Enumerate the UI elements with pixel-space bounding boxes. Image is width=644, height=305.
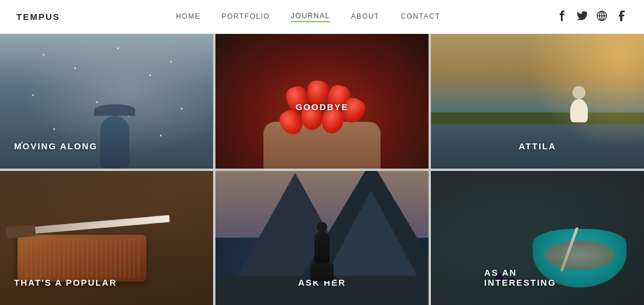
social-icons (556, 11, 628, 23)
grid-label-6: AS AN INTERESTING (484, 268, 591, 287)
grid-item-5[interactable]: ASK HER (215, 171, 429, 306)
twitter-icon[interactable] (576, 11, 588, 22)
nav-journal[interactable]: JOURNAL (291, 12, 330, 22)
tumblr-icon[interactable] (616, 11, 628, 23)
grid-item-4[interactable]: THAT'S A POPULAR (0, 171, 213, 306)
nav-home[interactable]: HOME (176, 12, 200, 22)
globe-icon[interactable] (596, 11, 608, 23)
grid-item-6[interactable]: AS AN INTERESTING (431, 171, 644, 306)
grid-item-2[interactable]: GOODBYE (215, 34, 429, 169)
grid-label-1: MOVING ALONG (14, 141, 98, 151)
facebook-icon[interactable] (556, 11, 568, 23)
logo[interactable]: TEMPUS (16, 12, 60, 22)
header: TEMPUS HOME PORTFOLIO JOURNAL ABOUT CONT… (0, 0, 644, 34)
journal-grid: MOVING ALONG GOODBYE ATTILA (0, 34, 644, 305)
grid-label-2: GOODBYE (296, 102, 349, 112)
grid-label-4: THAT'S A POPULAR (14, 277, 117, 287)
nav-portfolio[interactable]: PORTFOLIO (221, 12, 270, 22)
nav-about[interactable]: ABOUT (351, 12, 380, 22)
grid-label-3: ATTILA (519, 141, 556, 151)
main-nav: HOME PORTFOLIO JOURNAL ABOUT CONTACT (176, 12, 440, 22)
grid-item-3[interactable]: ATTILA (431, 34, 644, 169)
grid-item-1[interactable]: MOVING ALONG (0, 34, 213, 169)
nav-contact[interactable]: CONTACT (400, 12, 440, 22)
